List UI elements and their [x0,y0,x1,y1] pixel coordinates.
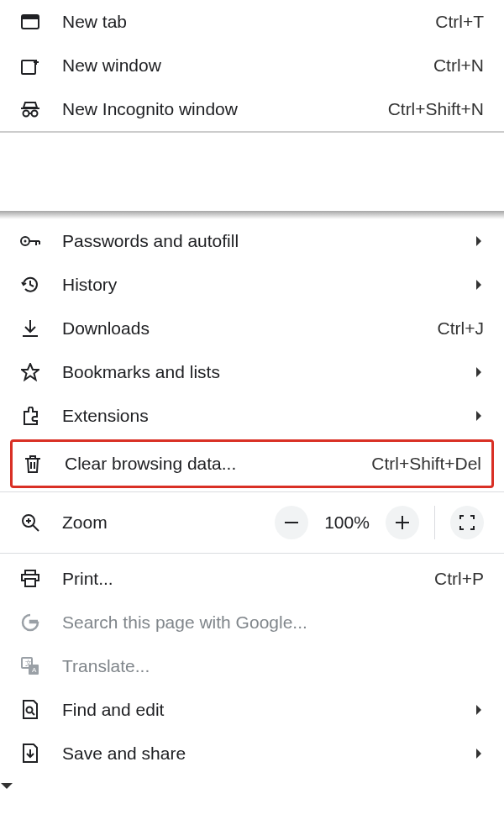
search-google-item[interactable]: Search this page with Google... [0,601,504,644]
svg-point-10 [24,240,27,243]
new-tab-shortcut: Ctrl+T [435,12,484,32]
chevron-right-icon [475,703,484,717]
history-item[interactable]: History [0,263,504,307]
new-window-icon [18,54,42,77]
translate-item[interactable]: 文A Translate... [0,644,504,688]
svg-point-7 [32,111,38,117]
new-tab-icon [18,10,42,34]
bookmarks-label: Bookmarks and lists [62,362,475,382]
downloads-shortcut: Ctrl+J [438,318,484,339]
zoom-in-button[interactable] [386,506,419,539]
star-icon [18,360,42,384]
bookmarks-item[interactable]: Bookmarks and lists [0,350,504,394]
incognito-icon [18,97,42,121]
new-tab-label: New tab [62,12,435,32]
zoom-icon [18,511,42,534]
chevron-right-icon [475,747,484,760]
zoom-out-button[interactable] [275,506,308,539]
clear-data-shortcut: Ctrl+Shift+Del [371,454,481,474]
expand-caret[interactable] [0,775,504,797]
new-incognito-label: New Incognito window [62,99,388,119]
downloads-item[interactable]: Downloads Ctrl+J [0,307,504,350]
print-item[interactable]: Print... Ctrl+P [0,557,504,601]
menu-middle-section: Passwords and autofill History Downloads… [0,219,504,488]
chevron-right-icon [475,409,484,423]
gap-section [0,131,504,211]
new-incognito-item[interactable]: New Incognito window Ctrl+Shift+N [0,87,504,131]
shadow-divider [0,211,504,219]
translate-label: Translate... [62,656,484,676]
chevron-right-icon [475,365,484,379]
print-icon [18,567,42,591]
svg-line-20 [33,525,39,531]
zoom-divider [434,506,435,539]
find-page-icon [18,698,42,722]
svg-text:A: A [32,666,37,674]
clear-data-label: Clear browsing data... [65,454,371,474]
extensions-icon [18,404,42,428]
svg-text:文: 文 [25,659,32,667]
new-incognito-shortcut: Ctrl+Shift+N [388,99,484,119]
download-icon [18,317,42,340]
chevron-right-icon [475,234,484,248]
extensions-label: Extensions [62,406,475,426]
zoom-value: 100% [320,512,374,533]
svg-rect-1 [22,15,39,19]
svg-rect-2 [22,60,35,74]
fullscreen-button[interactable] [450,506,484,539]
divider [0,491,504,492]
save-share-label: Save and share [62,744,475,764]
downloads-label: Downloads [62,318,438,339]
key-icon [18,229,42,253]
clear-data-item[interactable]: Clear browsing data... Ctrl+Shift+Del [13,442,491,486]
find-item[interactable]: Find and edit [0,688,504,732]
new-window-label: New window [62,55,433,76]
menu-top-section: New tab Ctrl+T New window Ctrl+N New Inc… [0,0,504,131]
extensions-item[interactable]: Extensions [0,394,504,438]
new-tab-item[interactable]: New tab Ctrl+T [0,0,504,44]
zoom-row: Zoom 100% [0,496,504,549]
clear-data-highlight: Clear browsing data... Ctrl+Shift+Del [10,439,494,488]
new-window-item[interactable]: New window Ctrl+N [0,44,504,87]
history-icon [18,273,42,297]
passwords-label: Passwords and autofill [62,231,475,251]
search-google-label: Search this page with Google... [62,612,484,633]
divider [0,553,504,554]
zoom-label: Zoom [62,512,275,533]
print-shortcut: Ctrl+P [434,569,484,589]
history-label: History [62,275,475,295]
svg-rect-27 [25,579,35,586]
chevron-right-icon [475,278,484,292]
trash-icon [21,452,45,476]
svg-point-6 [24,111,29,117]
new-window-shortcut: Ctrl+N [433,55,484,76]
translate-icon: 文A [18,654,42,678]
save-share-icon [18,742,42,765]
print-label: Print... [62,569,434,589]
find-label: Find and edit [62,700,475,720]
menu-bottom-section: Print... Ctrl+P Search this page with Go… [0,557,504,775]
save-share-item[interactable]: Save and share [0,732,504,775]
zoom-controls: 100% [275,506,484,539]
google-icon [18,611,42,634]
svg-point-32 [27,707,33,713]
passwords-item[interactable]: Passwords and autofill [0,219,504,263]
svg-line-33 [32,712,34,715]
